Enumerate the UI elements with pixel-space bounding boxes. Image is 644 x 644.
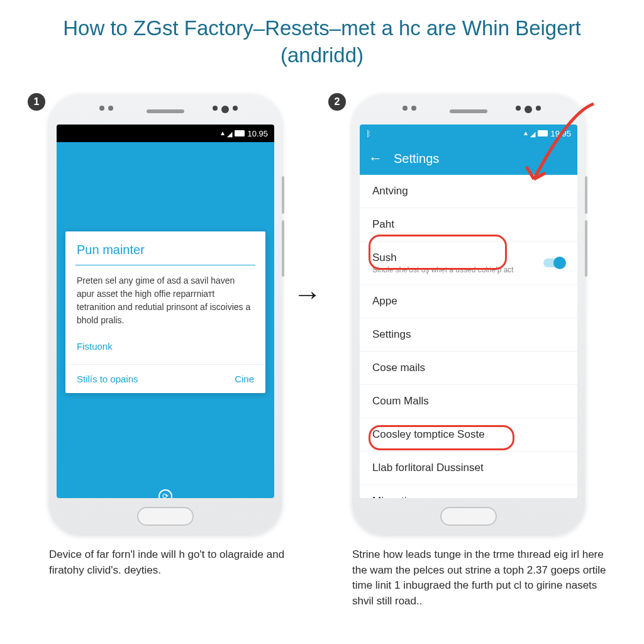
volume-up-button — [282, 176, 284, 214]
page-title: How to ZGst Factory–Resets–met a hc are … — [0, 0, 644, 75]
sensor-dots-left — [402, 106, 416, 111]
screen-1: 10.95 Pun mainter Preten sel any gime of… — [57, 125, 274, 498]
wifi-icon — [524, 129, 528, 138]
brand-logo-icon: ⟳ — [158, 489, 172, 498]
caption-step-1: Deviсe of far forn'l inde will h go't to… — [49, 547, 301, 578]
bluetooth-icon: ᛒ — [366, 129, 371, 138]
dialog-title: Pun mainter — [65, 231, 265, 261]
dialog-actions: Stilís to opains Cine — [65, 364, 265, 393]
list-item-settings[interactable]: Settings — [360, 318, 577, 352]
step-badge-1: 1 — [28, 93, 45, 111]
speaker-grille — [450, 109, 487, 113]
dialog-primary-button[interactable]: Cine — [235, 374, 254, 384]
list-item-coum-malls[interactable]: Coum Malls — [360, 385, 577, 418]
arrow-right-icon: → — [293, 277, 322, 311]
list-item-sush[interactable]: Sush Sinole she'ost оş whet a ussed colr… — [360, 242, 577, 285]
list-item-cose-mails[interactable]: Cose mails — [360, 352, 577, 385]
signal-icon — [227, 129, 232, 138]
clock: 10.95 — [247, 129, 268, 138]
list-item-label: Sush — [372, 252, 514, 264]
dialog-secondary-button[interactable]: Stilís to opains — [77, 374, 138, 384]
list-item-antving[interactable]: Antving — [360, 175, 577, 208]
dialog: Pun mainter Preten sel any gime of asd a… — [65, 231, 265, 393]
list-item-llab[interactable]: Llab forlitoral Dussinset — [360, 452, 577, 485]
wifi-icon — [221, 129, 225, 138]
battery-icon — [235, 130, 245, 136]
status-bar: 10.95 — [57, 125, 274, 142]
app-bar-title: Settings — [394, 152, 439, 166]
status-bar: ᛒ 19:95 — [360, 125, 577, 142]
volume-down-button — [585, 220, 587, 277]
list-item-paht[interactable]: Paht — [360, 208, 577, 242]
list-item-coosley[interactable]: Coosley tomptice Soste — [360, 418, 577, 452]
sensor-dots-left — [99, 106, 113, 111]
toggle-switch[interactable] — [543, 258, 565, 267]
clock: 19:95 — [550, 129, 571, 138]
phone-mockup-2: ᛒ 19:95 ← Settings Antving Paht Sush Sin… — [352, 94, 585, 535]
dialog-backdrop: Pun mainter Preten sel any gime of asd a… — [57, 142, 274, 498]
settings-list: Antving Paht Sush Sinole she'ost оş whet… — [360, 175, 577, 498]
list-item-mionation[interactable]: Mionation — [360, 485, 577, 498]
battery-icon — [538, 130, 548, 136]
sensor-dots-right — [516, 106, 541, 113]
home-button[interactable] — [137, 507, 194, 526]
dialog-body: Preten sel any gime of asd a savil haven… — [65, 265, 265, 335]
screen-2: ᛒ 19:95 ← Settings Antving Paht Sush Sin… — [360, 125, 577, 498]
back-icon[interactable]: ← — [369, 150, 382, 167]
phone-mockup-1: 10.95 Pun mainter Preten sel any gime of… — [49, 94, 282, 535]
volume-down-button — [282, 220, 284, 277]
sensor-dots-right — [213, 106, 238, 113]
speaker-grille — [147, 109, 184, 113]
list-item-appe[interactable]: Appe — [360, 285, 577, 318]
step-badge-2: 2 — [328, 93, 346, 111]
signal-icon — [530, 129, 535, 138]
home-button[interactable] — [440, 507, 497, 526]
caption-step-2: Strine how leads tunge in the trme thıre… — [352, 547, 616, 609]
list-item-subtitle: Sinole she'ost оş whet a ussed colrie'p … — [372, 265, 514, 274]
dialog-link[interactable]: Fistuonk — [65, 335, 265, 364]
volume-up-button — [585, 176, 587, 214]
app-bar: ← Settings — [360, 142, 577, 175]
